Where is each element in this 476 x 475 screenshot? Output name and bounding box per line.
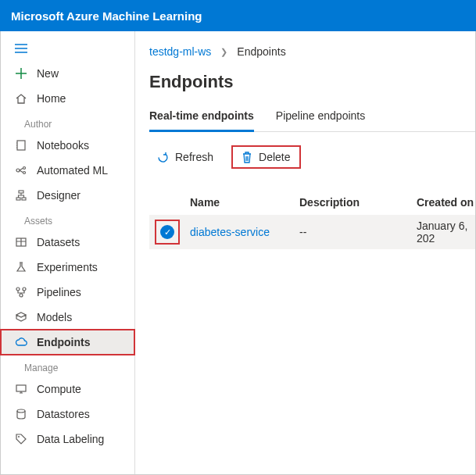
col-created-header[interactable]: Created on xyxy=(417,196,475,209)
delete-button[interactable]: Delete xyxy=(232,146,299,168)
endpoint-name-link[interactable]: diabetes-service xyxy=(190,226,299,238)
hamburger-icon[interactable] xyxy=(1,38,134,61)
col-check xyxy=(149,196,190,209)
sidebar-item-label: Notebooks xyxy=(37,139,89,152)
sidebar-item-label: Pipelines xyxy=(37,286,81,298)
delete-label: Delete xyxy=(259,151,290,163)
svg-point-10 xyxy=(20,294,23,297)
breadcrumb-workspace[interactable]: testdg-ml-ws xyxy=(149,45,211,58)
sidebar-item-label: Datasets xyxy=(37,236,80,248)
svg-rect-4 xyxy=(19,191,23,193)
svg-point-2 xyxy=(23,167,26,170)
sidebar-item-label: Data Labeling xyxy=(37,433,104,445)
trash-icon xyxy=(242,152,252,163)
designer-icon xyxy=(15,190,27,201)
sidebar: New Home Author Notebooks Automated ML xyxy=(1,31,135,474)
product-title: Microsoft Azure Machine Learning xyxy=(11,9,202,23)
sidebar-item-new[interactable]: New xyxy=(1,61,134,86)
sidebar-item-endpoints[interactable]: Endpoints xyxy=(1,330,134,355)
svg-rect-11 xyxy=(16,385,26,391)
sidebar-item-label: Designer xyxy=(37,189,81,202)
tab-pipeline-endpoints[interactable]: Pipeline endpoints xyxy=(276,106,365,131)
sidebar-item-notebooks[interactable]: Notebooks xyxy=(1,133,134,158)
sidebar-item-datasets[interactable]: Datasets xyxy=(1,230,134,255)
sidebar-section-manage: Manage xyxy=(1,355,134,377)
compute-icon xyxy=(15,384,27,395)
sidebar-item-label: Automated ML xyxy=(37,164,108,177)
svg-point-3 xyxy=(23,172,26,174)
tabs: Real-time endpoints Pipeline endpoints xyxy=(149,106,475,132)
sidebar-item-models[interactable]: Models xyxy=(1,305,134,330)
svg-point-1 xyxy=(16,169,20,172)
sidebar-item-label: Models xyxy=(37,311,72,323)
models-icon xyxy=(15,312,27,323)
row-checkbox-cell[interactable]: ✓ xyxy=(149,220,190,244)
chevron-right-icon: ❯ xyxy=(220,47,227,57)
refresh-label: Refresh xyxy=(175,151,213,163)
sidebar-item-label: Compute xyxy=(37,383,81,395)
sidebar-item-designer[interactable]: Designer xyxy=(1,183,134,208)
table-row[interactable]: ✓ diabetes-service -- January 6, 202 xyxy=(149,215,475,249)
azure-header: Microsoft Azure Machine Learning xyxy=(0,0,476,31)
sidebar-item-home[interactable]: Home xyxy=(1,86,134,111)
svg-point-8 xyxy=(16,288,20,291)
sidebar-item-compute[interactable]: Compute xyxy=(1,377,134,402)
sidebar-section-author: Author xyxy=(1,111,134,133)
page-title: Endpoints xyxy=(149,72,475,92)
col-description-header[interactable]: Description xyxy=(299,196,417,209)
tab-realtime-endpoints[interactable]: Real-time endpoints xyxy=(149,106,254,132)
sidebar-item-label: Datastores xyxy=(37,408,90,420)
table-header: Name Description Created on xyxy=(149,190,475,215)
svg-point-9 xyxy=(23,288,26,291)
sidebar-item-datastores[interactable]: Datastores xyxy=(1,402,134,427)
automl-icon xyxy=(15,165,27,176)
notebook-icon xyxy=(15,140,27,151)
sidebar-item-datalabeling[interactable]: Data Labeling xyxy=(1,427,134,452)
sidebar-section-assets: Assets xyxy=(1,208,134,230)
sidebar-item-label: Experiments xyxy=(37,261,98,273)
toolbar: Refresh Delete xyxy=(149,146,475,168)
sidebar-item-label: Endpoints xyxy=(37,336,90,348)
svg-rect-0 xyxy=(17,141,25,150)
plus-icon xyxy=(15,68,27,79)
svg-rect-6 xyxy=(22,198,26,200)
app-shell: New Home Author Notebooks Automated ML xyxy=(0,31,476,475)
sidebar-item-automl[interactable]: Automated ML xyxy=(1,158,134,183)
endpoint-description: -- xyxy=(299,226,417,238)
main-content: testdg-ml-ws ❯ Endpoints Endpoints Real-… xyxy=(135,31,475,474)
refresh-icon xyxy=(157,152,169,163)
refresh-button[interactable]: Refresh xyxy=(149,147,221,167)
checked-icon[interactable]: ✓ xyxy=(160,225,174,239)
home-icon xyxy=(15,93,27,104)
breadcrumb-current: Endpoints xyxy=(237,45,285,58)
endpoint-created: January 6, 202 xyxy=(417,220,475,245)
sidebar-item-experiments[interactable]: Experiments xyxy=(1,255,134,280)
flask-icon xyxy=(15,262,27,273)
sidebar-item-pipelines[interactable]: Pipelines xyxy=(1,280,134,305)
pipelines-icon xyxy=(15,287,27,298)
sidebar-item-label: New xyxy=(37,67,59,80)
col-name-header[interactable]: Name xyxy=(190,196,299,209)
breadcrumb: testdg-ml-ws ❯ Endpoints xyxy=(149,45,475,58)
svg-rect-5 xyxy=(16,198,20,200)
datasets-icon xyxy=(15,237,27,248)
datastores-icon xyxy=(15,409,27,420)
sidebar-item-label: Home xyxy=(37,92,66,105)
svg-point-13 xyxy=(18,436,20,438)
cloud-icon xyxy=(15,337,27,348)
tag-icon xyxy=(15,434,27,445)
svg-point-12 xyxy=(17,409,25,412)
